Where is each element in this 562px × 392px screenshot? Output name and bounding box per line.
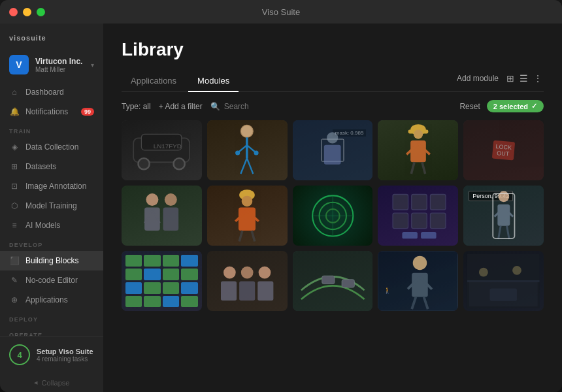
grid-item[interactable] (122, 186, 202, 246)
svg-line-66 (424, 297, 428, 309)
svg-point-61 (413, 256, 427, 270)
collapse-button[interactable]: ◂ Collapse (0, 373, 103, 392)
svg-point-3 (174, 158, 185, 169)
sidebar-item-no-code-editor[interactable]: ✎ No-code Editor (0, 270, 103, 290)
list-view-button[interactable]: ☰ (518, 72, 529, 85)
selected-badge: 2 selected ✓ (487, 100, 544, 112)
sidebar-item-label: Image Annotation (25, 182, 86, 191)
grid-view-button[interactable]: ⊞ (505, 72, 516, 85)
grid-item[interactable] (293, 186, 373, 246)
notification-badge: 99 (81, 108, 94, 116)
tab-modules[interactable]: Modules (188, 71, 239, 92)
org-selector[interactable]: V Virtucon Inc. Matt Miller ▾ (0, 50, 103, 82)
grid-item[interactable] (378, 120, 458, 180)
sidebar-item-label: Notifications (25, 107, 68, 116)
sidebar-item-datasets[interactable]: ⊞ Datasets (0, 157, 103, 176)
svg-point-55 (259, 267, 271, 279)
library-title: Library (122, 39, 544, 60)
home-icon: ⌂ (9, 87, 20, 97)
database-icon: ◈ (9, 142, 20, 152)
minimize-button[interactable] (23, 8, 31, 16)
grid-item[interactable] (207, 186, 288, 246)
org-user: Matt Miller (35, 66, 84, 73)
section-label-develop: DEVELOP (0, 235, 103, 251)
grid-item[interactable] (463, 251, 544, 311)
svg-point-72 (479, 268, 488, 277)
org-info: Virtucon Inc. Matt Miller (35, 57, 84, 73)
bell-icon: 🔔 (9, 106, 20, 117)
svg-text:🚶: 🚶 (384, 287, 392, 295)
svg-line-51 (506, 226, 509, 239)
filter-actions: Reset 2 selected ✓ (459, 100, 544, 112)
sidebar-item-notifications[interactable]: 🔔 Notifications 99 (0, 102, 103, 122)
sidebar-item-dashboard[interactable]: ⌂ Dashboard (0, 82, 103, 102)
svg-point-30 (242, 195, 253, 206)
grid-item[interactable]: LN17FYD (122, 120, 202, 180)
search-label: Search (224, 102, 249, 111)
svg-rect-58 (257, 282, 273, 301)
svg-rect-56 (221, 282, 237, 301)
sidebar-item-label: Model Training (25, 201, 77, 210)
svg-line-34 (239, 231, 242, 242)
maximize-button[interactable] (37, 8, 45, 16)
sidebar-item-label: Dashboard (25, 88, 64, 97)
svg-rect-26 (163, 207, 179, 231)
search-icon: 🔍 (210, 102, 220, 111)
sidebar-item-image-annotation[interactable]: ⊡ Image Annotation (0, 176, 103, 196)
main-content: visosuite V Virtucon Inc. Matt Miller ▾ … (0, 24, 562, 392)
window-title: Viso Suite (262, 7, 300, 17)
more-options-button[interactable]: ⋮ (532, 72, 544, 85)
svg-line-50 (498, 226, 501, 239)
svg-rect-39 (411, 195, 426, 210)
svg-line-35 (252, 231, 255, 242)
reset-button[interactable]: Reset (459, 102, 480, 111)
svg-line-9 (241, 158, 247, 174)
grid-item[interactable]: LOCKOUT (463, 120, 544, 180)
svg-rect-14 (324, 144, 341, 164)
svg-point-23 (146, 193, 159, 206)
sidebar-item-building-blocks[interactable]: ⬛ Building Blocks (0, 251, 103, 270)
window-controls (9, 8, 45, 16)
add-filter-button[interactable]: + Add a filter (159, 102, 203, 111)
section-label-deploy: DEPLOY (0, 310, 103, 325)
sidebar-item-label: Building Blocks (25, 256, 78, 265)
svg-text:LN17FYD: LN17FYD (154, 143, 182, 150)
grid-item[interactable] (207, 120, 288, 180)
svg-rect-38 (393, 195, 408, 210)
svg-point-13 (327, 132, 338, 143)
sidebar-item-data-collection[interactable]: ◈ Data Collection (0, 137, 103, 157)
grid-item[interactable]: 🚶 (378, 251, 458, 311)
grid-item[interactable] (378, 186, 458, 246)
grid-item[interactable] (122, 251, 202, 311)
close-button[interactable] (9, 8, 18, 16)
collapse-label: Collapse (42, 379, 70, 387)
logo-text: visosuite (9, 34, 46, 42)
svg-rect-74 (490, 288, 517, 301)
sidebar-item-applications[interactable]: ⊕ Applications (0, 290, 103, 310)
svg-point-24 (165, 193, 177, 206)
type-filter[interactable]: Type: all (122, 102, 151, 111)
svg-rect-60 (342, 280, 354, 287)
setup-info: Setup Viso Suite 4 remaining tasks (37, 348, 93, 363)
svg-rect-59 (322, 276, 334, 284)
setup-task[interactable]: 4 Setup Viso Suite 4 remaining tasks (9, 344, 94, 365)
grid-item[interactable]: mask: 0.985 (293, 120, 373, 180)
svg-rect-62 (412, 273, 429, 297)
setup-subtitle: 4 remaining tasks (37, 355, 93, 363)
sidebar: visosuite V Virtucon Inc. Matt Miller ▾ … (0, 24, 103, 392)
sidebar-item-ai-models[interactable]: ≡ AI Models (0, 216, 103, 235)
svg-point-54 (241, 267, 254, 279)
grid-item[interactable]: Person, 99.42 (463, 186, 544, 246)
sidebar-item-model-training[interactable]: ⬡ Model Training (0, 196, 103, 216)
svg-rect-44 (402, 232, 417, 238)
svg-line-21 (411, 162, 414, 174)
grid-item[interactable] (293, 251, 373, 311)
layers-icon: ≡ (9, 220, 20, 231)
search-box[interactable]: 🔍 Search (210, 102, 249, 111)
titlebar: Viso Suite (0, 0, 562, 24)
section-label-operate: OPERATE (0, 325, 103, 336)
add-module-button[interactable]: Add module (457, 74, 499, 83)
grid-item[interactable] (207, 251, 288, 311)
setup-circle: 4 (9, 344, 30, 365)
tab-applications[interactable]: Applications (122, 71, 186, 92)
